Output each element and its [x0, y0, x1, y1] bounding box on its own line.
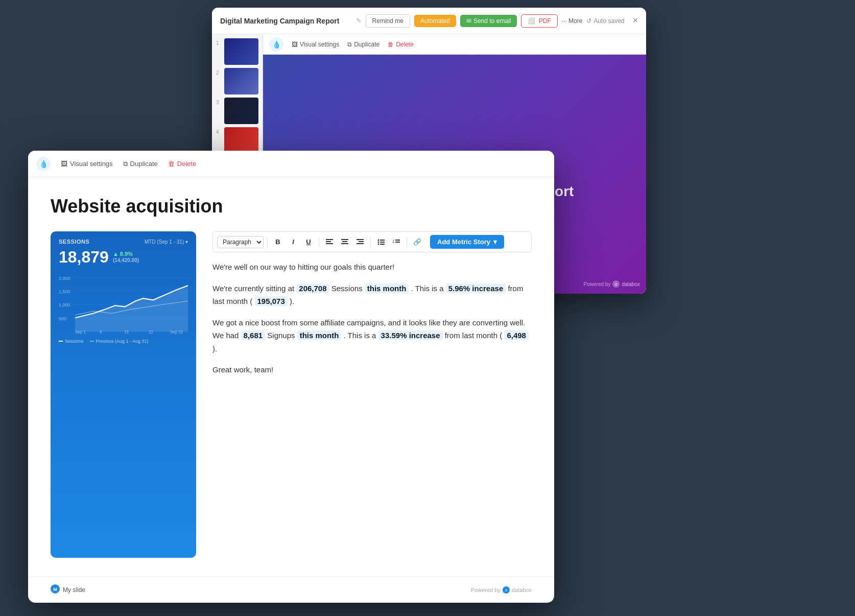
trash-icon: 🗑 — [388, 41, 394, 48]
svg-text:1,500: 1,500 — [59, 289, 70, 294]
duplicate-icon: ⧉ — [347, 41, 352, 48]
svg-text:2.: 2. — [393, 241, 394, 244]
front-visual-settings-icon: 🖼 — [61, 160, 67, 168]
legend-sessions: Sessions — [59, 339, 84, 344]
svg-rect-32 — [395, 240, 400, 241]
close-button[interactable]: × — [632, 15, 638, 26]
slide-thumb-3[interactable]: 3 — [216, 98, 258, 124]
link-button[interactable]: 🔗 — [411, 235, 424, 249]
svg-text:d: d — [505, 588, 507, 592]
back-title: Digital Marketing Campaign Report — [220, 17, 352, 25]
add-metric-story-button[interactable]: Add Metric Story ▾ — [430, 235, 504, 249]
svg-point-29 — [378, 243, 379, 245]
svg-rect-16 — [326, 239, 333, 240]
svg-rect-24 — [357, 243, 364, 244]
visual-settings-icon: 🖼 — [292, 41, 298, 48]
svg-point-27 — [378, 241, 379, 243]
front-window: 💧 🖼 Visual settings ⧉ Duplicate 🗑 Delete… — [28, 151, 554, 603]
svg-text:M: M — [53, 587, 57, 592]
dropdown-arrow-icon: ▾ — [493, 238, 497, 246]
legend-previous: Previous (Aug 1 - Aug 31) — [90, 339, 149, 344]
svg-text:15: 15 — [124, 329, 129, 334]
editor-paragraph-3: We got a nice boost from some affiliate … — [212, 316, 532, 356]
widget-date[interactable]: MTD (Sep 1 - 31) ▾ — [145, 239, 188, 245]
svg-rect-17 — [326, 241, 331, 242]
pdf-icon: ⬜ — [528, 17, 535, 25]
more-button[interactable]: ··· More — [562, 17, 583, 25]
front-visual-settings-button[interactable]: 🖼 Visual settings — [61, 160, 113, 168]
slide-thumb-1[interactable]: 1 — [216, 38, 258, 65]
svg-text:d: d — [615, 282, 617, 286]
bold-button[interactable]: B — [271, 235, 284, 249]
divider-3 — [370, 237, 371, 247]
italic-button[interactable]: I — [287, 235, 300, 249]
numbered-list-button[interactable]: 1.2. — [390, 235, 403, 249]
svg-rect-28 — [380, 242, 385, 243]
align-left-button[interactable] — [323, 235, 336, 249]
footer-slide-info: M My slide — [51, 584, 85, 595]
visual-settings-button[interactable]: 🖼 Visual settings — [292, 41, 339, 48]
back-titlebar: Digital Marketing Campaign Report ✎ Remi… — [212, 8, 646, 34]
edit-icon: ✎ — [356, 17, 362, 25]
databox-logo-small: d — [612, 280, 620, 288]
widget-label: SESSIONS — [59, 239, 89, 245]
powered-by: Powered by d databox — [584, 280, 640, 288]
prev-sessions: 195,073 — [255, 296, 288, 306]
this-month-1: this month — [365, 283, 409, 293]
align-right-button[interactable] — [353, 235, 367, 249]
svg-rect-30 — [380, 244, 385, 245]
theme-picker-front[interactable]: 💧 — [36, 157, 51, 171]
widget-header: SESSIONS MTD (Sep 1 - 31) ▾ — [59, 239, 188, 245]
slide-thumb-4[interactable]: 4 — [216, 127, 258, 154]
svg-text:1,000: 1,000 — [59, 302, 70, 307]
widget-prev: (14,420.00) — [113, 258, 139, 263]
remind-button[interactable]: Remind me — [366, 14, 410, 28]
autosaved-button[interactable]: ↺ Auto saved — [586, 17, 624, 25]
divider-2 — [319, 237, 319, 247]
editor-text[interactable]: We're well on our way to hitting our goa… — [212, 260, 532, 385]
divider-1 — [267, 237, 268, 247]
editor-area: Paragraph B I U — [212, 231, 532, 558]
bullet-list-button[interactable] — [374, 235, 388, 249]
paragraph-style-select[interactable]: Paragraph — [217, 236, 264, 248]
underline-button[interactable]: U — [302, 235, 315, 249]
editor-format-toolbar: Paragraph B I U — [212, 231, 532, 252]
svg-rect-23 — [359, 241, 364, 242]
widget-value: 18,879 ▲ 8.9% (14,420.00) — [59, 249, 188, 265]
automated-button[interactable]: Automated — [414, 15, 456, 27]
signups-value: 8,681 — [241, 330, 266, 340]
editor-paragraph-4: Great work, team! — [212, 363, 532, 376]
svg-text:Sep 31: Sep 31 — [170, 329, 183, 334]
align-center-button[interactable] — [338, 235, 351, 249]
svg-rect-20 — [342, 241, 347, 242]
duplicate-button[interactable]: ⧉ Duplicate — [347, 41, 379, 48]
front-duplicate-icon: ⧉ — [123, 160, 128, 168]
front-delete-button[interactable]: 🗑 Delete — [168, 160, 197, 168]
delete-button[interactable]: 🗑 Delete — [388, 41, 414, 48]
front-editor-toolbar: 💧 🖼 Visual settings ⧉ Duplicate 🗑 Delete — [28, 151, 554, 177]
svg-text:Sep 1: Sep 1 — [75, 329, 86, 334]
chart-legend: Sessions Previous (Aug 1 - Aug 31) — [59, 339, 188, 344]
pdf-button[interactable]: ⬜ PDF — [521, 14, 557, 28]
divider-4 — [407, 237, 407, 247]
svg-point-25 — [378, 239, 379, 241]
svg-rect-21 — [341, 243, 348, 244]
sessions-value: 206,708 — [296, 283, 329, 293]
autosave-icon: ↺ — [586, 17, 591, 25]
theme-picker[interactable]: 💧 — [269, 37, 283, 52]
increase-pct-1: 5.96% increase — [446, 283, 506, 293]
svg-rect-19 — [341, 239, 348, 240]
svg-text:2,000: 2,000 — [59, 275, 70, 281]
svg-text:8: 8 — [100, 329, 102, 334]
editor-paragraph-1: We're well on our way to hitting our goa… — [212, 260, 532, 274]
chart-area: 2,000 1,500 1,000 500 — [59, 273, 188, 335]
svg-text:500: 500 — [59, 315, 66, 321]
slide-thumb-2[interactable]: 2 — [216, 68, 258, 94]
widget-change: ▲ 8.9% — [113, 251, 139, 257]
back-editor-toolbar: 💧 🖼 Visual settings ⧉ Duplicate 🗑 Delete — [263, 34, 646, 55]
email-icon: ✉ — [466, 17, 471, 25]
increase-pct-2: 33.59% increase — [378, 330, 443, 340]
send-email-button[interactable]: ✉ Send to email — [460, 15, 517, 27]
svg-rect-18 — [326, 243, 333, 244]
front-duplicate-button[interactable]: ⧉ Duplicate — [123, 160, 158, 168]
